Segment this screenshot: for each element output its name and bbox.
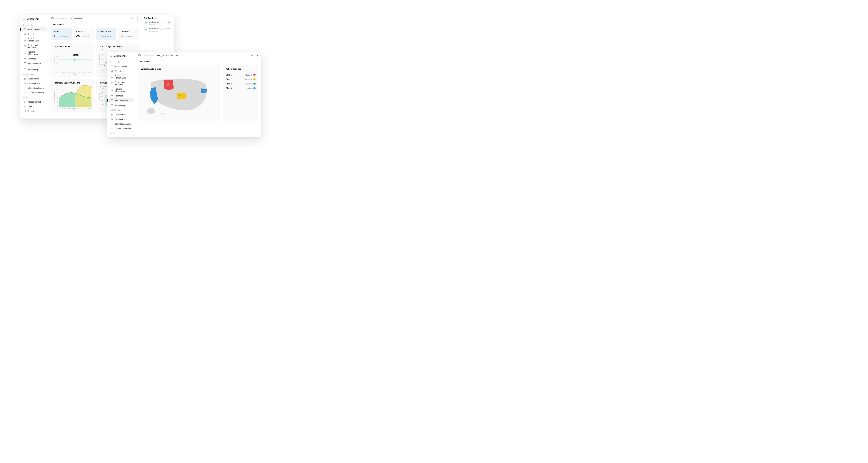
svg-point-27 [111,56,112,57]
sidebar-item-geo[interactable]: Geo Dashboard [108,98,134,102]
map-bubble[interactable]: 14 [179,94,182,98]
y-ticks: 100806040200 [55,85,59,107]
brand-name: CogniSense [27,18,39,20]
notification-item[interactable]: You have a bug that needs...Just now [144,21,172,26]
svg-point-11 [24,106,25,106]
sidebar-section-admin: Admin [20,95,48,99]
map-bubble[interactable]: 1 [150,95,153,98]
action-row[interactable]: Clinic 2 14 Alerts [225,77,255,82]
sidebar-item-support[interactable]: Support [20,109,48,113]
window-geo-dashboard: CogniSense Dashboards System Health Secu… [107,52,261,137]
map-bubble[interactable]: 45 [166,83,170,87]
clinic-name: Clinic 1 [225,74,245,76]
sidebar-item-app-performance[interactable]: Application Performance [20,36,48,43]
warning-triangle-icon [24,78,26,80]
sidebar-item-team[interactable]: Team [20,104,48,109]
y-axis-label: CPU Usage (%) [98,49,100,71]
bell-icon[interactable] [255,54,258,57]
sidebar-item-access-control[interactable]: Access Control [107,135,135,137]
flag-icon [111,123,113,125]
clinic-name: Clinic 3 [225,83,246,85]
stat-alarms[interactable]: Alarms 24-0.03% [73,28,94,40]
alert-count: 14 Alerts [245,78,252,81]
search-icon [111,127,113,130]
shield-icon [111,70,113,72]
stat-errors[interactable]: Errors 12+11.01% [51,28,72,40]
stat-delta: +15.03% [102,36,111,37]
period-selector[interactable]: Last Week [138,59,258,65]
notification-item[interactable]: You have a bug that needs...12 hours ago [144,27,172,32]
backup-icon [111,82,113,85]
sidebar-item-custom-rules[interactable]: Custom Alert Rules [107,126,135,130]
gauge-icon [24,28,26,31]
sidebar-item-warning-alerts[interactable]: Warning Alerts [20,81,48,85]
svg-point-12 [25,106,26,106]
svg-point-5 [24,45,26,46]
sidebar-item-backup[interactable]: Backup and Recovery [20,43,48,50]
sidebar-item-critical-alerts[interactable]: Critical Alerts [107,113,135,117]
panel-toggle-icon[interactable] [138,54,141,57]
sidebar-item-security[interactable]: Security [107,69,135,73]
gauge-icon [111,65,113,68]
sidebar-item-system-health[interactable]: System Health [22,27,47,31]
sidebar-item-label: Alert Activity [28,68,38,70]
trend-up-icon [109,36,111,37]
sidebar-item-app-performance[interactable]: Application Performance [107,73,135,80]
svg-point-34 [111,128,113,129]
sidebar-section-dashboards: Dashboards [20,23,48,27]
stat-label: Overload [121,30,136,33]
sidebar-item-label: Support [28,110,34,112]
period-selector[interactable]: Last Week [51,22,139,28]
stat-delta: -0.03% [82,36,89,37]
theme-toggle-icon[interactable] [251,54,253,57]
sidebar-item-label: Hardware [115,95,123,97]
sidebar-item-label: System Health [28,28,40,31]
clinic-name: Clinic 4 [225,87,247,89]
action-row[interactable]: Clinic 1 45 Alerts [225,72,255,77]
theme-toggle-icon[interactable] [131,17,134,20]
sidebar-item-access-control[interactable]: Access Control [20,100,48,104]
sidebar-item-info-alerts[interactable]: Informational Alerts [20,86,48,90]
bell-icon[interactable] [136,17,139,20]
sidebar-item-label: Security [28,33,35,35]
action-row[interactable]: Clinic 3 3 Alerts [225,82,255,86]
sidebar-item-security[interactable]: Security [20,32,48,36]
svg-point-41 [160,113,161,114]
sidebar-item-info-alerts[interactable]: Informational Alerts [107,122,135,126]
sidebar-item-hardware[interactable]: Hardware [107,94,135,98]
sidebar-item-label: Warning Alerts [115,118,127,120]
breadcrumb-root[interactable]: Dashboards [56,17,66,20]
svg-rect-39 [138,55,141,56]
sidebar-item-label: Application Performance [28,37,46,42]
action-row[interactable]: Clinic 4 1 Alert [225,86,255,90]
panel-toggle-icon[interactable] [51,17,54,20]
sidebar-item-network[interactable]: Network Infrastructure [107,87,135,93]
stat-value: 24 [76,34,80,38]
breadcrumb-root[interactable]: Dashboards [143,54,153,57]
card-map: Critical Alerts Clinics [138,65,220,121]
sidebar-item-label: Network Infrastructure [28,51,46,55]
sidebar-item-network[interactable]: Network Infrastructure [20,50,48,56]
us-map[interactable]: 45 14 3 1 [141,72,218,117]
sidebar-item-custom-rules[interactable]: Custom Alert Rules [20,90,48,95]
sidebar-item-geo[interactable]: Geo Dashboard [20,61,48,65]
sidebar-item-critical-alerts[interactable]: Critical Alerts [20,76,48,81]
sidebar-item-label: Critical Alerts [28,78,39,80]
brand-name: CogniSense [114,55,126,57]
sidebar-item-warning-alerts[interactable]: Warning Alerts [107,117,135,121]
notification-text: You have a bug that needs... [149,21,171,23]
svg-point-10 [24,102,25,102]
sidebar-item-backup[interactable]: Backup and Recovery [107,80,135,87]
stat-overload[interactable]: Overload 3+6.08% [118,28,139,40]
trend-up-icon [131,36,133,37]
sidebar-item-alert-activity[interactable]: Alert Activity [107,103,135,107]
svg-point-15 [132,18,133,19]
sidebar-item-system-health[interactable]: System Health [107,64,135,68]
notification-time: Just now [149,24,171,26]
svg-rect-7 [25,58,25,59]
sidebar-section-dashboards: Dashboards [107,60,135,64]
stat-critical-errors[interactable]: Critical Errors 2+15.03% [96,28,117,40]
sidebar-item-alert-activity[interactable]: Alert Activity [20,67,48,71]
sidebar-item-hardware[interactable]: Hardware [20,57,48,61]
sidebar-item-label: Geo Dashboard [28,62,41,64]
